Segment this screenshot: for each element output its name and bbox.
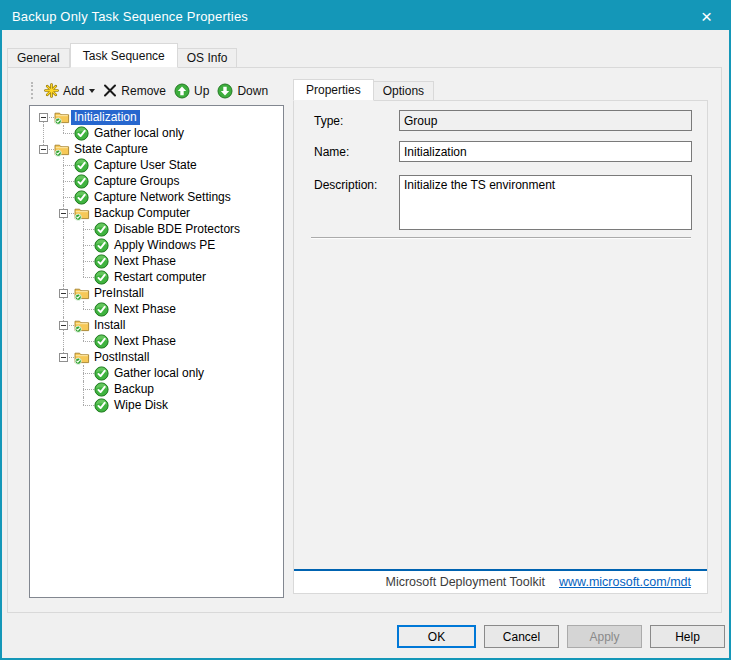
tree-indent	[54, 269, 74, 285]
ok-button[interactable]: OK	[397, 625, 476, 648]
tree-item-label: Next Phase	[111, 334, 179, 349]
step-check-icon	[94, 397, 111, 413]
group-folder-icon	[74, 285, 91, 301]
tree-item[interactable]: Capture Groups	[34, 173, 283, 189]
toolbar-grip-handle[interactable]	[31, 82, 34, 99]
tree-item[interactable]: Restart computer	[34, 269, 283, 285]
tree-item[interactable]: PreInstall	[34, 285, 283, 301]
tree-item[interactable]: Install	[34, 317, 283, 333]
tree-indent	[34, 189, 54, 205]
tree-item-label: PreInstall	[91, 286, 147, 301]
tree-item[interactable]: Initialization	[34, 109, 283, 125]
tab-properties[interactable]: Properties	[293, 79, 374, 101]
tree-indent	[54, 301, 74, 317]
close-button[interactable]: ×	[684, 2, 729, 30]
tree-indent	[34, 173, 54, 189]
tree-connector	[54, 173, 74, 189]
down-arrow-circle-icon	[217, 83, 233, 99]
task-sequence-properties-dialog: Backup Only Task Sequence Properties × G…	[0, 0, 731, 660]
remove-button[interactable]: Remove	[99, 82, 170, 100]
help-button[interactable]: Help	[650, 625, 725, 648]
step-check-icon	[74, 125, 91, 141]
dialog-button-row: OK Cancel Apply Help	[397, 625, 725, 648]
tree-connector	[54, 157, 74, 173]
type-field[interactable]	[399, 110, 692, 131]
tree-indent	[34, 269, 54, 285]
tree-item-label: PostInstall	[91, 350, 152, 365]
task-sequence-tree[interactable]: InitializationGather local onlyState Cap…	[29, 105, 284, 598]
tree-item[interactable]: Next Phase	[34, 253, 283, 269]
step-check-icon	[74, 189, 91, 205]
tree-indent	[34, 301, 54, 317]
tree-indent	[54, 365, 74, 381]
tree-item[interactable]: Disable BDE Protectors	[34, 221, 283, 237]
tree-item[interactable]: Backup	[34, 381, 283, 397]
tree-item[interactable]: Gather local only	[34, 365, 283, 381]
tree-indent	[34, 285, 54, 301]
step-check-icon	[94, 333, 111, 349]
tree-item-label: Restart computer	[111, 270, 209, 285]
tab-task-sequence[interactable]: Task Sequence	[70, 43, 178, 68]
tree-indent	[34, 333, 54, 349]
down-button[interactable]: Down	[213, 81, 272, 101]
tree-item[interactable]: PostInstall	[34, 349, 283, 365]
collapse-toggle-icon[interactable]	[59, 209, 68, 218]
tree-item[interactable]: Wipe Disk	[34, 397, 283, 413]
collapse-toggle-icon[interactable]	[59, 353, 68, 362]
tree-connector	[54, 125, 74, 141]
close-icon: ×	[701, 7, 712, 26]
collapse-toggle-icon[interactable]	[59, 289, 68, 298]
add-button-label: Add	[63, 84, 84, 98]
tree-item[interactable]: Capture User State	[34, 157, 283, 173]
step-check-icon	[94, 237, 111, 253]
description-label: Description:	[314, 178, 377, 192]
step-check-icon	[94, 269, 111, 285]
tree-item[interactable]: Gather local only	[34, 125, 283, 141]
group-folder-icon	[74, 317, 91, 333]
mdt-link[interactable]: www.microsoft.com/mdt	[559, 575, 691, 589]
collapse-toggle-icon[interactable]	[39, 145, 48, 154]
group-folder-icon	[54, 141, 71, 157]
tree-item[interactable]: Backup Computer	[34, 205, 283, 221]
mdt-brand-text: Microsoft Deployment Toolkit	[385, 575, 545, 589]
window-title: Backup Only Task Sequence Properties	[2, 9, 248, 24]
up-arrow-circle-icon	[174, 83, 190, 99]
tree-indent	[34, 125, 54, 141]
tab-general[interactable]: General	[7, 48, 70, 68]
tree-connector	[74, 365, 94, 381]
add-star-icon	[44, 83, 59, 98]
tree-indent	[34, 157, 54, 173]
tree-item[interactable]: State Capture	[34, 141, 283, 157]
tree-item-label: Gather local only	[111, 366, 207, 381]
tree-indent	[34, 381, 54, 397]
tree-connector	[74, 253, 94, 269]
tab-os-info[interactable]: OS Info	[178, 48, 238, 68]
tree-item[interactable]: Next Phase	[34, 333, 283, 349]
tree-connector	[34, 109, 54, 125]
step-check-icon	[94, 253, 111, 269]
tree-connector	[74, 301, 94, 317]
tree-indent	[34, 349, 54, 365]
step-check-icon	[94, 301, 111, 317]
tree-connector	[74, 333, 94, 349]
tree-item-label: Initialization	[71, 110, 140, 125]
tree-item[interactable]: Apply Windows PE	[34, 237, 283, 253]
add-button[interactable]: Add	[40, 81, 99, 100]
collapse-toggle-icon[interactable]	[39, 113, 48, 122]
tree-connector	[34, 141, 54, 157]
tree-item[interactable]: Next Phase	[34, 301, 283, 317]
cancel-button[interactable]: Cancel	[484, 625, 559, 648]
description-field[interactable]: Initialize the TS environment	[399, 175, 692, 230]
tree-item-label: Next Phase	[111, 254, 179, 269]
tab-options[interactable]: Options	[374, 81, 434, 101]
task-sequence-tab-page: Add Remove Up	[7, 67, 722, 613]
field-separator	[311, 237, 691, 239]
tree-item[interactable]: Capture Network Settings	[34, 189, 283, 205]
tree-indent	[54, 237, 74, 253]
up-button[interactable]: Up	[170, 81, 213, 101]
name-field[interactable]	[399, 141, 692, 162]
collapse-toggle-icon[interactable]	[59, 321, 68, 330]
name-label: Name:	[314, 145, 349, 159]
tree-connector	[54, 285, 74, 301]
tree-item-label: Next Phase	[111, 302, 179, 317]
